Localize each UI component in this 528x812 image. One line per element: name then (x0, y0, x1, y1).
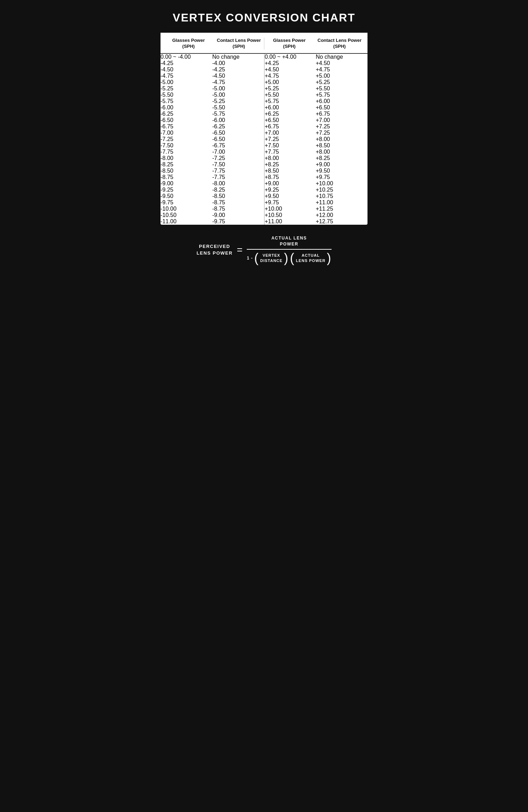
table-cell: -8.00 (212, 180, 264, 187)
table-cell: -6.50 (161, 117, 212, 123)
header-col2: Contact Lens Power(SPH) (214, 38, 264, 50)
table-cell: +5.25 (264, 85, 316, 92)
table-cell: -5.50 (161, 92, 212, 98)
table-cell: +10.75 (316, 193, 367, 199)
formula-container: PERCEIVEDLENS POWER = ACTUAL LENSPOWER 1… (168, 235, 360, 265)
open-paren-1: ( (254, 252, 259, 264)
fraction: ACTUAL LENSPOWER 1 - ( VERTEXDISTANCE ) … (247, 235, 331, 265)
table-cell: +5.00 (264, 79, 316, 85)
fraction-denominator: 1 - ( VERTEXDISTANCE ) ( ACTUALLENS POWE… (247, 250, 331, 264)
table-cell: -6.50 (212, 130, 264, 136)
table-cell: +8.25 (264, 161, 316, 168)
vertex-distance-label: VERTEXDISTANCE (260, 253, 282, 264)
table-cell: +7.00 (264, 130, 316, 136)
header-col3: Glasses Power(SPH) (264, 38, 314, 50)
table-header: Glasses Power(SPH) Contact Lens Power(SP… (161, 33, 367, 54)
table-cell: +5.75 (316, 92, 367, 98)
table-cell: +4.50 (264, 66, 316, 73)
table-cell: +9.75 (264, 199, 316, 206)
table-cell: -4.50 (161, 66, 212, 73)
table-cell: +4.50 (316, 60, 367, 66)
table-cell: -10.50 (161, 212, 212, 218)
table-cell: +12.75 (316, 218, 367, 225)
table-cell: +6.50 (264, 117, 316, 123)
table-cell: -5.00 (212, 92, 264, 98)
table-cell: +7.50 (264, 142, 316, 149)
table-cell: +5.75 (264, 98, 316, 104)
table-cell: -5.00 (212, 85, 264, 92)
table-cell: -8.50 (212, 193, 264, 199)
table-cell: No change (316, 54, 367, 60)
table-cell: -6.00 (212, 117, 264, 123)
actual-lens-power-label: ACTUALLENS POWER (296, 253, 326, 264)
table-cell: -6.25 (212, 123, 264, 130)
table-cell: -9.50 (161, 193, 212, 199)
table-cell: -7.75 (212, 174, 264, 180)
table-cell: +11.25 (316, 206, 367, 212)
formula-section: PERCEIVEDLENS POWER = ACTUAL LENSPOWER 1… (161, 225, 367, 277)
table-cell: -4.75 (212, 79, 264, 85)
table-cell: -7.75 (161, 149, 212, 155)
table-cell: -6.75 (212, 142, 264, 149)
table-cell: -9.75 (161, 199, 212, 206)
table-cell: +8.75 (264, 174, 316, 180)
table-cell: -8.75 (161, 174, 212, 180)
table-cell: +10.00 (316, 180, 367, 187)
table-cell: -7.50 (212, 161, 264, 168)
table-cell: -6.25 (161, 111, 212, 117)
table-cell: -7.25 (161, 136, 212, 142)
table-cell: -7.50 (161, 142, 212, 149)
table-cell: -7.00 (161, 130, 212, 136)
table-cell: -9.25 (161, 187, 212, 193)
table-cell: -9.00 (212, 212, 264, 218)
table-cell: -5.75 (212, 111, 264, 117)
table-cell: +5.50 (264, 92, 316, 98)
close-paren-2: ) (327, 252, 332, 264)
table-cell: +9.00 (264, 180, 316, 187)
denom-prefix: 1 - (247, 256, 253, 261)
table-cell: -6.75 (161, 123, 212, 130)
table-cell: +8.25 (316, 155, 367, 161)
table-cell: +9.50 (316, 168, 367, 174)
table-cell: +4.75 (316, 66, 367, 73)
equals-sign: = (237, 244, 243, 256)
table-cell: +6.75 (316, 111, 367, 117)
table-cell: -5.25 (212, 98, 264, 104)
table-cell: No change (212, 54, 264, 60)
table-cell: +5.25 (316, 79, 367, 85)
table-cell: +7.25 (264, 136, 316, 142)
table-cell: -4.25 (161, 60, 212, 66)
page-container: VERTEX CONVERSION CHART Glasses Power(SP… (155, 0, 373, 277)
table-cell: -8.50 (161, 168, 212, 174)
page-title: VERTEX CONVERSION CHART (162, 11, 366, 24)
table-cell: +8.50 (264, 168, 316, 174)
header-col4: Contact Lens Power(SPH) (314, 38, 365, 50)
table-cell: +9.00 (316, 161, 367, 168)
table-cell: +6.75 (264, 123, 316, 130)
table-cell: +5.50 (316, 85, 367, 92)
table-cell: -8.00 (161, 155, 212, 161)
table-cell: +6.25 (264, 111, 316, 117)
title-section: VERTEX CONVERSION CHART (155, 0, 373, 33)
table-body: 0.00 ~ -4.00No change0.00 ~ +4.00No chan… (161, 54, 367, 225)
table-cell: -6.50 (212, 136, 264, 142)
table-cell: -8.75 (212, 199, 264, 206)
table-cell: -5.25 (161, 85, 212, 92)
table-cell: +4.25 (264, 60, 316, 66)
table-cell: +7.25 (316, 130, 367, 136)
table-cell: +10.25 (316, 187, 367, 193)
table-cell: +11.00 (316, 199, 367, 206)
table-cell: -4.50 (212, 73, 264, 79)
table-cell: -6.00 (161, 104, 212, 111)
table-cell: +5.00 (316, 73, 367, 79)
table-cell: -7.00 (212, 149, 264, 155)
table-cell: +7.25 (316, 123, 367, 130)
table-cell: -4.75 (161, 73, 212, 79)
table-cell: +4.75 (264, 73, 316, 79)
table-cell: -5.50 (212, 104, 264, 111)
table-cell: 0.00 ~ -4.00 (161, 54, 212, 60)
table-cell: +10.50 (264, 212, 316, 218)
table-cell: 0.00 ~ +4.00 (264, 54, 316, 60)
table-cell: -4.25 (212, 66, 264, 73)
open-paren-2: ( (290, 252, 295, 264)
